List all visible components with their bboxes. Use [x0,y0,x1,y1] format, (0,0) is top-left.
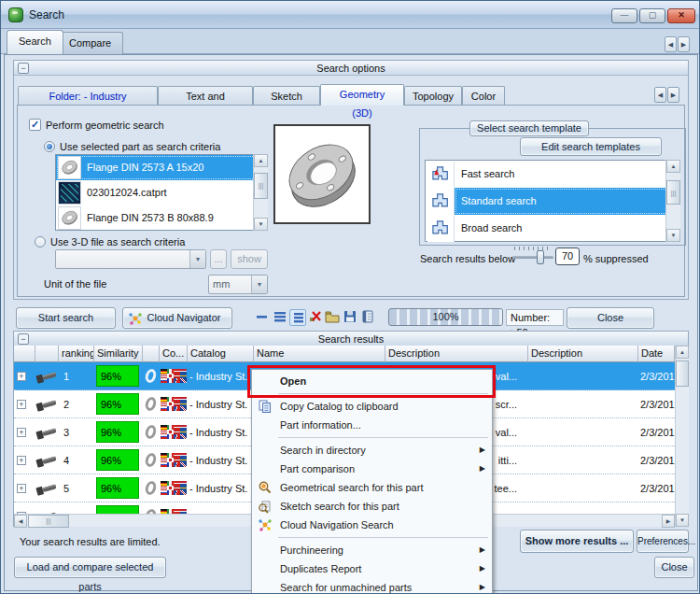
close-search-button[interactable]: Close [567,307,654,329]
column-header[interactable] [14,346,35,362]
scrollbar-thumb[interactable]: ||| [28,515,69,528]
unit-combo[interactable]: mm ▼ [208,275,268,294]
scroll-left-icon[interactable]: ◀ [14,515,27,528]
scroll-down-icon[interactable]: ▼ [676,514,689,527]
part-list-scrollbar[interactable]: ▲ ||| ▼ [253,154,268,231]
column-header-description2[interactable]: Description [528,346,638,362]
inner-tab-scroll-left-button[interactable]: ◀ [654,87,666,103]
scrollbar-thumb[interactable]: ||| [666,180,680,205]
expand-icon[interactable]: + [17,400,26,409]
menu-item-search-unmachined-parts[interactable]: Search for unmachined parts ▶ [252,578,492,594]
list-view-icon[interactable] [273,309,289,326]
template-item-broad[interactable]: Broad search [426,215,679,242]
tab-compare[interactable]: Compare [57,32,123,54]
menu-item-part-information[interactable]: Part information... [252,416,492,434]
template-list-scrollbar[interactable]: ▲ ||| ▼ [665,160,680,242]
close-button[interactable]: ✕ [667,8,695,23]
tab-sketch-2d[interactable]: Sketch (2D) [253,86,320,106]
tab-geometry-3d[interactable]: Geometry (3D) [320,84,404,106]
dropdown-icon[interactable]: ▼ [251,276,267,293]
select-search-template-label[interactable]: Select search template [469,120,589,136]
collapse-search-options-button[interactable]: − [18,63,29,74]
scroll-up-icon[interactable]: ▲ [666,160,680,173]
close-dialog-button[interactable]: Close [654,557,694,578]
menu-item-sketch-search[interactable]: Sketch search for this part [252,497,492,516]
expand-cell[interactable]: + [14,418,35,446]
suppress-slider-track[interactable] [512,256,553,259]
tab-search[interactable]: Search [7,30,63,54]
menu-item-geometrical-search[interactable]: Geometrical search for this part [252,478,492,497]
use-3d-file-radio[interactable] [35,236,46,248]
template-item-fast[interactable]: Fast search [426,161,679,188]
scroll-down-icon[interactable]: ▼ [666,229,680,242]
menu-item-cloud-navigation-search[interactable]: Cloud Navigation Search [252,516,492,534]
browse-button[interactable]: ... [210,249,227,269]
tab-color[interactable]: Color [462,86,505,106]
maximize-button[interactable]: ▢ [639,8,665,23]
tab-folder[interactable]: Folder: - Industry Standards - [18,86,158,106]
column-header-date[interactable]: Date [638,346,675,362]
open-folder-icon[interactable] [325,309,342,326]
part-type-cell [35,474,59,502]
scroll-down-icon[interactable]: ▼ [254,218,268,231]
minimize-button[interactable]: — [611,8,637,23]
expand-cell[interactable]: + [14,390,35,418]
column-header[interactable] [35,346,59,362]
scroll-up-icon[interactable]: ▲ [254,154,268,167]
part-list-item[interactable]: Flange DIN 2573 A 15x20 [56,155,267,180]
results-vertical-scrollbar[interactable]: ▲ ▼ [675,346,689,527]
edit-search-templates-button[interactable]: Edit search templates [520,137,662,156]
file-combo[interactable]: ▼ [55,249,206,269]
preferences-button[interactable]: Preferences... [637,530,689,553]
scrollbar-thumb[interactable]: ||| [254,173,268,199]
report-icon[interactable] [360,309,377,326]
use-selected-part-radio[interactable] [44,141,55,152]
column-header-similarity[interactable]: Similarity [94,346,143,362]
collapse-search-results-button[interactable]: − [18,333,29,345]
clear-results-icon[interactable] [308,309,325,326]
expand-cell[interactable]: + [14,474,35,502]
column-header-description[interactable]: Description [385,346,528,362]
load-and-compare-button[interactable]: Load and compare selected parts [14,557,166,578]
column-header-catalog[interactable]: Catalog [188,346,254,362]
column-header-name[interactable]: Name [254,346,385,362]
dropdown-icon[interactable]: ▼ [189,250,205,268]
expand-cell[interactable]: + [14,502,35,514]
scrollbar-thumb[interactable] [676,361,689,387]
menu-item-copy-catalog[interactable]: Copy Catalog to clipboard [252,397,492,416]
cloud-navigator-button[interactable]: Cloud Navigator [122,307,232,329]
menu-item-search-in-directory[interactable]: Search in directory ▶ [252,441,492,460]
expand-icon[interactable]: + [17,456,26,465]
column-header-country[interactable]: Co... [160,346,188,362]
part-list-item[interactable]: Flange DIN 2573 B 80x88.9 [56,205,267,231]
tab-scroll-right-button[interactable]: ▶ [678,36,690,52]
expand-icon[interactable]: + [17,484,26,493]
menu-item-part-comparison[interactable]: Part comparison ▶ [252,460,492,478]
expand-cell[interactable]: + [14,446,35,474]
show-button[interactable]: show [231,249,268,269]
collapse-all-icon[interactable] [255,309,272,326]
submenu-arrow-icon: ▶ [480,559,485,578]
detail-view-icon[interactable] [289,309,306,326]
perform-geometric-search-checkbox[interactable]: ✓ [29,119,41,131]
scroll-up-icon[interactable]: ▲ [676,346,689,359]
expand-cell[interactable]: + [14,362,35,390]
suppress-slider-thumb[interactable] [537,250,544,264]
expand-icon[interactable]: + [17,428,26,437]
expand-icon[interactable]: + [17,372,26,381]
menu-item-purchineering[interactable]: Purchineering ▶ [252,541,492,559]
scroll-right-icon[interactable]: ▶ [662,515,675,528]
menu-item-duplicates-report[interactable]: Duplicates Report ▶ [252,559,492,578]
save-icon[interactable] [343,309,359,326]
tab-topology[interactable]: Topology [404,86,462,106]
template-item-standard[interactable]: Standard search [426,188,679,215]
part-list-item[interactable]: 023012024.catprt [56,180,267,205]
tab-text-variables[interactable]: Text and variables [158,86,253,106]
show-more-results-button[interactable]: Show more results ... [520,530,634,553]
column-header[interactable] [143,346,160,362]
inner-tab-scroll-right-button[interactable]: ▶ [667,87,679,103]
column-header-ranking[interactable]: ranking [59,346,94,362]
suppress-value[interactable]: 70 [555,248,580,265]
start-search-button[interactable]: Start search [16,307,116,329]
tab-scroll-left-button[interactable]: ◀ [665,36,677,52]
